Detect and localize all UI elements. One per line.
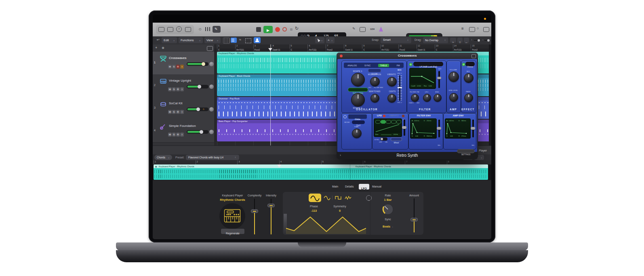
waveform-zoom-icon[interactable]: ≈ (450, 38, 456, 43)
vertical-auto-zoom-icon[interactable]: I (457, 38, 463, 43)
filter-env-knob[interactable] (434, 94, 442, 102)
rate-knob[interactable] (381, 202, 395, 216)
input-monitor-button[interactable]: I (180, 133, 184, 137)
drag-select[interactable]: No Overlap ↕ (423, 37, 448, 43)
sync-select[interactable]: Beats ↕ (377, 222, 398, 229)
mixer-icon[interactable] (205, 27, 210, 31)
mute-button[interactable]: M (168, 87, 172, 91)
playhead-marker[interactable] (268, 48, 272, 51)
filter-type-select[interactable]: LP 24dB Lush (Fat) (413, 62, 443, 66)
columns-view-icon[interactable] (223, 38, 230, 44)
filter-lfo-knob[interactable] (423, 94, 431, 102)
lfo-shape-square[interactable] (334, 194, 342, 201)
mute-button[interactable]: M (168, 65, 172, 69)
rate-value[interactable]: 1 Bar (377, 198, 398, 202)
tab-table-active[interactable]: TABLE (378, 64, 389, 67)
tab-fm[interactable]: FM (397, 64, 400, 67)
loop-browser-icon[interactable]: ○ (477, 26, 479, 30)
phase-value[interactable]: -113 (304, 209, 324, 213)
library-icon[interactable] (158, 27, 164, 32)
lfo-wave-1[interactable] (375, 120, 381, 124)
osc-mix-slider[interactable] (398, 76, 402, 101)
solo-button[interactable]: S (172, 110, 176, 114)
pointer-tool-menu[interactable]: ∨ (315, 37, 324, 43)
complexity-thumb[interactable] (251, 209, 258, 213)
playhead[interactable] (270, 44, 271, 145)
toolbar-icon[interactable] (185, 27, 191, 32)
metronome-icon[interactable] (379, 27, 383, 32)
lfo-wheel-button[interactable]: Wheel (391, 137, 402, 141)
fenv-vel-thumb[interactable] (437, 127, 441, 130)
volume-slider[interactable] (187, 130, 208, 134)
filter-display[interactable]: Cutoff: 0.510 Res: 0.00 (409, 68, 436, 89)
vibrato-rec-badge[interactable]: R (402, 115, 404, 117)
regenerate-button[interactable]: Regenerate (221, 229, 244, 234)
functions-menu[interactable]: Functions ∨ (179, 37, 203, 43)
lfo-wave-5[interactable] (396, 120, 401, 124)
shape2-knob[interactable] (351, 93, 365, 107)
lfo-shape-sine2[interactable] (323, 194, 331, 201)
edit-menu[interactable]: Edit ∨ (162, 37, 177, 43)
solo-button[interactable]: S (172, 65, 176, 69)
solo-button[interactable]: S (172, 133, 176, 137)
inspector-icon[interactable] (167, 27, 173, 32)
modulation-knob[interactable] (370, 77, 380, 86)
editor-region-header[interactable]: ◉ Keyboard Player - Rhythmic Chords Keyb… (154, 164, 488, 168)
lfo-sync-toggle[interactable] (380, 137, 387, 141)
link-icon[interactable] (471, 54, 476, 58)
mute-button[interactable]: M (168, 110, 172, 114)
player-style-label[interactable]: Rhythmic Chords (213, 198, 252, 202)
pencil-icon[interactable]: ✎ (352, 27, 356, 31)
settings-button[interactable]: SETTINGS (457, 149, 475, 153)
tab-main[interactable]: Main (332, 185, 338, 188)
duplicate-track-button[interactable]: ⊕ (162, 46, 164, 50)
lfo-wave-4[interactable] (391, 120, 396, 124)
tab-analog[interactable]: ANALOG (347, 64, 357, 67)
tab-manual[interactable]: Manual (372, 185, 381, 188)
key-slider[interactable] (438, 71, 440, 88)
note-pads-icon[interactable] (469, 27, 475, 32)
intensity-thumb[interactable] (267, 204, 275, 207)
input-monitor-button[interactable]: I (180, 87, 184, 91)
volume-slider[interactable]: : 1 (187, 107, 208, 111)
cents-knob[interactable] (387, 94, 396, 103)
plugin-window[interactable]: Crosswaves ANALOG SYNC TABLE FM SHAPE 1 … (337, 53, 478, 159)
hzoom-slider[interactable] (484, 40, 490, 41)
pan-knob[interactable] (209, 62, 214, 66)
key-slider-thumb[interactable] (437, 77, 441, 79)
track-header[interactable]: 3 SoCal Kit MSRI : 1 (153, 97, 214, 120)
track-header[interactable]: 4 Simple Foundation MSRI (153, 120, 214, 143)
preset-select[interactable]: Flavored Chords with busy LH ↕ (186, 155, 239, 160)
volume-slider[interactable] (187, 85, 208, 88)
record-button[interactable] (275, 27, 280, 32)
symmetry-value[interactable]: 0 (330, 209, 350, 213)
pan-knob[interactable] (209, 130, 214, 134)
vzoom-slider[interactable] (474, 40, 480, 41)
tab-sync[interactable]: SYNC (364, 64, 370, 67)
view-menu[interactable]: View ∨ (204, 37, 221, 43)
amount-thumb[interactable] (410, 218, 418, 221)
glide-mode-select[interactable]: Osc2 (352, 120, 365, 124)
filter-power-icon[interactable] (409, 63, 412, 66)
horizontal-auto-zoom-icon[interactable]: ↔ (464, 38, 469, 43)
solo-icon[interactable] (360, 27, 366, 32)
smart-controls-icon[interactable]: ☼ (198, 26, 202, 31)
capture-record-icon[interactable] (282, 27, 287, 32)
quick-help-icon[interactable]: ? (176, 26, 182, 32)
volume-knob[interactable] (448, 72, 459, 82)
effect-select[interactable]: Chorus (465, 62, 475, 66)
session-player-view-button[interactable] (254, 37, 261, 43)
record-enable-button[interactable]: R (176, 65, 180, 69)
sine-level-knob[interactable] (449, 93, 458, 102)
filterfm-knob[interactable] (411, 94, 419, 102)
vibrato-tab[interactable]: VIBRATO (389, 114, 399, 117)
editors-button[interactable]: ✎ (213, 26, 221, 33)
scrollbar[interactable] (489, 44, 491, 145)
solo-button[interactable]: S (172, 87, 176, 91)
editor-ruler[interactable]: 12345678 (153, 160, 491, 164)
glide-power-icon[interactable] (343, 115, 347, 118)
lfo-shape-random[interactable] (344, 194, 352, 201)
lfo-waveform-display[interactable] (286, 214, 366, 234)
semitones-knob[interactable] (370, 94, 379, 103)
editor-region-body[interactable] (154, 168, 488, 180)
